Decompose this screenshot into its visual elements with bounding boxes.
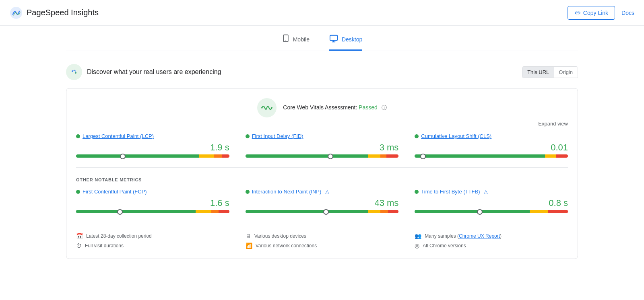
footer-col-1: 📅 Latest 28-day collection period ⏱ Full… bbox=[76, 233, 229, 249]
footer-item-2-2: 📶 Various network connections bbox=[246, 242, 399, 249]
bar-red-fcp bbox=[219, 210, 229, 213]
url-toggle: This URL Origin bbox=[522, 66, 578, 78]
other-metrics-label: OTHER NOTABLE METRICS bbox=[76, 177, 568, 182]
tab-desktop-label: Desktop bbox=[342, 36, 362, 43]
bar-yellow-fcp bbox=[196, 210, 211, 213]
metric-value-cls: 0.01 bbox=[415, 142, 568, 153]
bar-orange-inp bbox=[380, 210, 388, 213]
metric-cls: Cumulative Layout Shift (CLS) 0.01 bbox=[415, 133, 568, 158]
beta-icon: △ bbox=[484, 189, 488, 195]
footer-text-1-2: Full visit durations bbox=[85, 243, 124, 249]
metric-bar-bg-fid bbox=[246, 154, 399, 158]
bar-red-inp bbox=[388, 210, 399, 213]
metric-name-cls[interactable]: Cumulative Layout Shift (CLS) bbox=[421, 133, 491, 139]
docs-link[interactable]: Docs bbox=[621, 10, 634, 16]
metric-value-ttfb: 0.8 s bbox=[415, 198, 568, 208]
metric-value-fcp: 1.6 s bbox=[76, 198, 229, 208]
tab-bar: Mobile Desktop bbox=[66, 26, 578, 51]
link-icon bbox=[574, 10, 581, 16]
metric-bar-fid bbox=[246, 154, 399, 158]
cwv-assessment-label: Core Web Vitals Assessment: bbox=[283, 104, 357, 111]
bar-green-lcp bbox=[76, 154, 199, 158]
core-metrics-grid: Largest Contentful Paint (LCP) 1.9 s Fir… bbox=[76, 133, 568, 158]
desktop-icon bbox=[329, 34, 339, 44]
footer-item-2-1: 🖥 Various desktop devices bbox=[246, 233, 399, 239]
metric-bar-bg-ttfb bbox=[415, 210, 568, 213]
footer-icon-1-1: 📅 bbox=[76, 233, 83, 239]
metric-marker-cls bbox=[420, 154, 424, 158]
metric-dot-inp bbox=[246, 190, 250, 194]
footer-icon-3-2: ◎ bbox=[415, 242, 419, 249]
footer-col-2: 🖥 Various desktop devices 📶 Various netw… bbox=[246, 233, 399, 249]
footer-text-2-2: Various network connections bbox=[256, 243, 317, 249]
bar-green-ttfb bbox=[415, 210, 529, 213]
svg-point-2 bbox=[285, 40, 286, 41]
bar-green-fid bbox=[246, 154, 368, 158]
metric-marker-inp bbox=[323, 209, 327, 214]
bar-orange-fcp bbox=[211, 210, 219, 213]
metric-bar-lcp bbox=[76, 154, 229, 158]
beta-icon: △ bbox=[325, 189, 329, 195]
metric-label-cls: Cumulative Layout Shift (CLS) bbox=[415, 133, 568, 139]
bar-orange-fid bbox=[380, 154, 386, 158]
metric-name-fid[interactable]: First Input Delay (FID) bbox=[252, 133, 303, 139]
cwv-info-icon[interactable]: ⓘ bbox=[382, 105, 387, 111]
metric-ttfb: Time to First Byte (TTFB) △ 0.8 s bbox=[415, 189, 568, 213]
metric-name-lcp[interactable]: Largest Contentful Paint (LCP) bbox=[83, 133, 154, 139]
metric-name-ttfb[interactable]: Time to First Byte (TTFB) bbox=[421, 189, 480, 195]
metric-marker-fid bbox=[328, 154, 332, 158]
header: PageSpeed Insights Copy Link Docs bbox=[0, 0, 644, 26]
header-actions: Copy Link Docs bbox=[568, 6, 634, 20]
pagespeed-logo-icon bbox=[10, 6, 23, 19]
metric-label-lcp: Largest Contentful Paint (LCP) bbox=[76, 133, 229, 139]
metric-bar-ttfb bbox=[415, 210, 568, 213]
metric-label-fcp: First Contentful Paint (FCP) bbox=[76, 189, 229, 195]
footer-icon-1-2: ⏱ bbox=[76, 242, 82, 249]
other-metrics-grid: First Contentful Paint (FCP) 1.6 s Inter… bbox=[76, 189, 568, 213]
metric-value-fid: 3 ms bbox=[246, 142, 399, 153]
logo: PageSpeed Insights bbox=[10, 6, 99, 19]
bar-green-inp bbox=[246, 210, 368, 213]
bar-red-fid bbox=[386, 154, 398, 158]
metric-name-inp[interactable]: Interaction to Next Paint (INP) bbox=[252, 189, 322, 195]
bar-red-ttfb bbox=[548, 210, 568, 213]
chrome-ux-link[interactable]: Chrome UX Report bbox=[459, 233, 500, 239]
section-icon bbox=[66, 64, 82, 80]
footer-icon-2-2: 📶 bbox=[246, 242, 252, 249]
this-url-button[interactable]: This URL bbox=[522, 67, 554, 78]
metric-inp: Interaction to Next Paint (INP) △ 43 ms bbox=[246, 189, 399, 213]
tab-desktop[interactable]: Desktop bbox=[329, 34, 362, 51]
bar-red-lcp bbox=[222, 154, 229, 158]
svg-point-4 bbox=[70, 68, 78, 76]
footer-text-3-1: Many samples (Chrome UX Report) bbox=[425, 233, 502, 239]
copy-link-label: Copy Link bbox=[583, 10, 608, 16]
cwv-header: Core Web Vitals Assessment: Passed ⓘ bbox=[76, 98, 568, 117]
bar-red-cls bbox=[556, 154, 568, 158]
metric-bar-fcp bbox=[76, 210, 229, 213]
footer-icon-3-1: 👥 bbox=[415, 233, 421, 239]
footer-icon-2-1: 🖥 bbox=[246, 233, 251, 239]
metric-name-fcp[interactable]: First Contentful Paint (FCP) bbox=[83, 189, 147, 195]
cwv-icon bbox=[257, 98, 277, 117]
origin-button[interactable]: Origin bbox=[554, 67, 578, 78]
metric-dot-fid bbox=[246, 134, 250, 138]
cwv-status: Passed bbox=[359, 104, 378, 111]
metric-marker-lcp bbox=[120, 154, 124, 158]
footer-divider bbox=[76, 223, 568, 223]
main-card: Core Web Vitals Assessment: Passed ⓘ Exp… bbox=[66, 88, 578, 259]
copy-link-button[interactable]: Copy Link bbox=[568, 6, 615, 20]
metric-bar-cls bbox=[415, 154, 568, 158]
svg-rect-1 bbox=[283, 35, 288, 42]
svg-rect-3 bbox=[330, 35, 337, 41]
metric-bar-bg-cls bbox=[415, 154, 568, 158]
bar-orange-lcp bbox=[214, 154, 222, 158]
footer-info: 📅 Latest 28-day collection period ⏱ Full… bbox=[76, 233, 568, 249]
bar-yellow-lcp bbox=[199, 154, 214, 158]
tab-mobile-label: Mobile bbox=[293, 36, 310, 43]
metric-bar-bg-inp bbox=[246, 210, 399, 213]
mobile-icon bbox=[282, 34, 290, 45]
section-title: Discover what your real users are experi… bbox=[87, 68, 221, 76]
expand-view[interactable]: Expand view bbox=[76, 121, 568, 127]
tab-mobile[interactable]: Mobile bbox=[282, 34, 310, 51]
footer-col-3: 👥 Many samples (Chrome UX Report) ◎ All … bbox=[415, 233, 568, 249]
